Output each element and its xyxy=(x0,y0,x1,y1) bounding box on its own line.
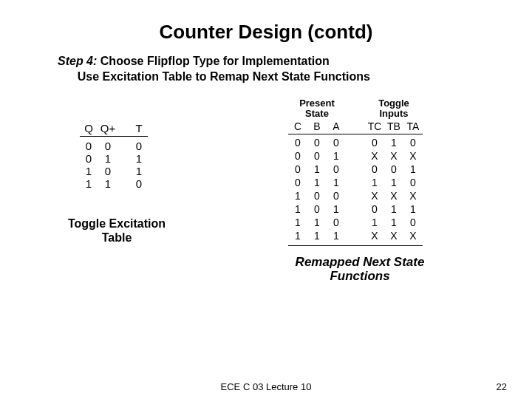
remap-row: 001XXX xyxy=(288,150,423,163)
col-t: T xyxy=(130,122,148,134)
toggle-inputs-label: Toggle Inputs xyxy=(365,98,423,120)
excitation-row: 101 xyxy=(80,165,148,177)
step-line1: Choose Flipflop Type for Implementation xyxy=(100,55,330,67)
col-c: C xyxy=(288,120,307,132)
footer-page-number: 22 xyxy=(497,381,507,392)
slide-title: Counter Design (contd) xyxy=(0,0,532,44)
remap-group-header: Present State Toggle Inputs xyxy=(288,98,423,120)
remap-row: 111XXX xyxy=(288,230,423,243)
excitation-table: Q Q+ T 000011101110 xyxy=(80,122,148,190)
remap-row: 011110 xyxy=(288,177,423,190)
step-label: Step 4: xyxy=(58,55,97,67)
step-line2: Use Excitation Table to Remap Next State… xyxy=(78,70,370,83)
remap-rule-top xyxy=(288,134,423,134)
col-tb: TB xyxy=(384,120,403,132)
footer-lecture: ECE C 03 Lecture 10 xyxy=(0,381,532,392)
col-b: B xyxy=(307,120,327,132)
remap-caption: Remapped Next State Functions xyxy=(282,255,437,284)
remap-rule-bottom xyxy=(288,245,423,246)
excitation-row: 011 xyxy=(80,152,148,165)
remap-row: 110110 xyxy=(288,216,423,230)
col-qplus: Q+ xyxy=(98,122,118,134)
col-ta: TA xyxy=(403,120,423,132)
step-block: Step 4: Choose Flipflop Type for Impleme… xyxy=(58,54,532,85)
remap-row: 010001 xyxy=(288,163,423,177)
col-a: A xyxy=(327,120,346,132)
col-tc: TC xyxy=(365,120,384,132)
content-area: Q Q+ T 000011101110 Toggle Excitation Ta… xyxy=(0,98,532,320)
excitation-row: 110 xyxy=(80,177,148,190)
remap-table: Present State Toggle Inputs C B A TC TB … xyxy=(288,98,423,247)
excitation-row: 000 xyxy=(80,140,148,152)
col-q: Q xyxy=(80,122,98,134)
remap-column-header: C B A TC TB TA xyxy=(288,120,423,132)
remap-row: 000010 xyxy=(288,137,423,150)
remap-row: 100XXX xyxy=(288,190,423,203)
excitation-rule xyxy=(80,136,148,137)
excitation-header-row: Q Q+ T xyxy=(80,122,148,134)
present-state-label: Present State xyxy=(288,98,346,120)
remap-row: 101011 xyxy=(288,203,423,216)
excitation-caption: Toggle Excitation Table xyxy=(58,216,176,245)
